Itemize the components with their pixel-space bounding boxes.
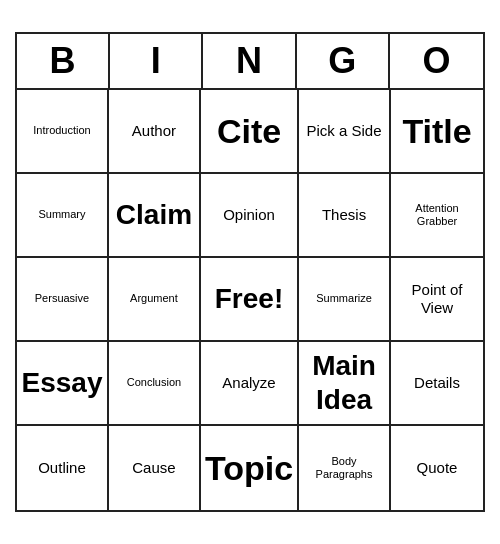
bingo-cell[interactable]: Title [391, 90, 483, 174]
bingo-cell[interactable]: Author [109, 90, 201, 174]
cell-label: Analyze [222, 374, 275, 392]
bingo-cell[interactable]: Summarize [299, 258, 391, 342]
bingo-cell[interactable]: Analyze [201, 342, 299, 426]
cell-label: Cause [132, 459, 175, 477]
bingo-cell[interactable]: Point of View [391, 258, 483, 342]
cell-label: Author [132, 122, 176, 140]
bingo-cell[interactable]: Topic [201, 426, 299, 510]
cell-label: Outline [38, 459, 86, 477]
bingo-cell[interactable]: Argument [109, 258, 201, 342]
cell-label: Conclusion [127, 376, 181, 389]
cell-label: Summary [38, 208, 85, 221]
cell-label: Free! [215, 282, 283, 316]
cell-label: Opinion [223, 206, 275, 224]
cell-label: Argument [130, 292, 178, 305]
bingo-cell[interactable]: Thesis [299, 174, 391, 258]
cell-label: Introduction [33, 124, 90, 137]
bingo-cell[interactable]: Essay [17, 342, 109, 426]
bingo-cell[interactable]: Main Idea [299, 342, 391, 426]
bingo-cell[interactable]: Summary [17, 174, 109, 258]
bingo-cell[interactable]: Conclusion [109, 342, 201, 426]
bingo-cell[interactable]: Details [391, 342, 483, 426]
cell-label: Essay [21, 366, 102, 400]
header-letter: G [297, 34, 390, 88]
cell-label: Claim [116, 198, 192, 232]
cell-label: Body Paragraphs [303, 455, 385, 481]
cell-label: Cite [217, 111, 281, 152]
cell-label: Summarize [316, 292, 372, 305]
cell-label: Pick a Side [307, 122, 382, 140]
bingo-card: BINGO IntroductionAuthorCitePick a SideT… [15, 32, 485, 512]
bingo-cell[interactable]: Attention Grabber [391, 174, 483, 258]
bingo-cell[interactable]: Opinion [201, 174, 299, 258]
cell-label: Topic [205, 448, 293, 489]
bingo-header: BINGO [17, 34, 483, 90]
bingo-cell[interactable]: Introduction [17, 90, 109, 174]
bingo-cell[interactable]: Cite [201, 90, 299, 174]
bingo-cell[interactable]: Cause [109, 426, 201, 510]
cell-label: Quote [417, 459, 458, 477]
bingo-cell[interactable]: Body Paragraphs [299, 426, 391, 510]
bingo-cell[interactable]: Quote [391, 426, 483, 510]
cell-label: Details [414, 374, 460, 392]
bingo-cell[interactable]: Outline [17, 426, 109, 510]
header-letter: O [390, 34, 483, 88]
bingo-cell[interactable]: Persuasive [17, 258, 109, 342]
cell-label: Main Idea [303, 349, 385, 416]
header-letter: B [17, 34, 110, 88]
cell-label: Thesis [322, 206, 366, 224]
bingo-cell[interactable]: Pick a Side [299, 90, 391, 174]
header-letter: I [110, 34, 203, 88]
cell-label: Persuasive [35, 292, 89, 305]
cell-label: Title [402, 111, 471, 152]
header-letter: N [203, 34, 296, 88]
bingo-cell[interactable]: Free! [201, 258, 299, 342]
bingo-grid: IntroductionAuthorCitePick a SideTitleSu… [17, 90, 483, 510]
cell-label: Attention Grabber [395, 202, 479, 228]
bingo-cell[interactable]: Claim [109, 174, 201, 258]
cell-label: Point of View [395, 281, 479, 317]
